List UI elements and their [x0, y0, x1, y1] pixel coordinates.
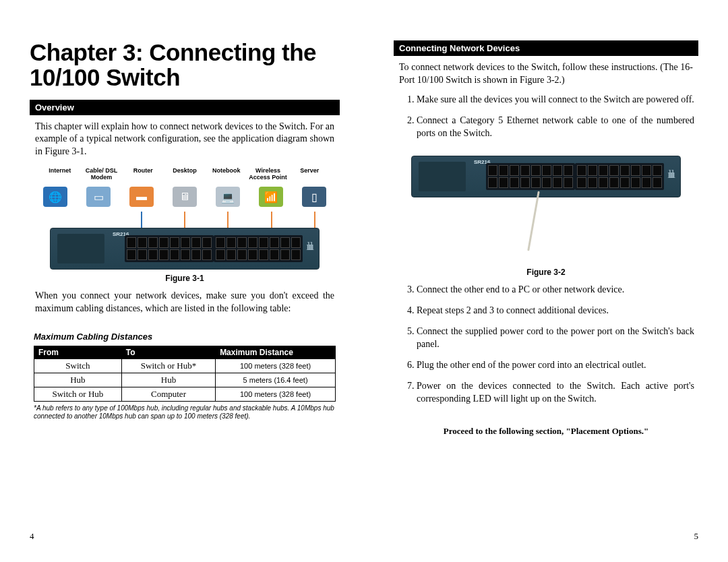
table-footnote: *A hub refers to any type of 100Mbps hub…	[34, 404, 336, 421]
proceed-note: Proceed to the following section, "Place…	[394, 426, 698, 437]
diagram-label: Wireless Access Point	[247, 168, 289, 181]
diagram-label: Router	[122, 168, 164, 181]
step-2: Connect a Category 5 Ethernet network ca…	[417, 115, 698, 140]
page-number-right: 5	[694, 531, 699, 542]
cabling-intro-paragraph: When you connect your network devices, m…	[30, 290, 340, 315]
ethernet-cable-icon	[527, 191, 540, 251]
table-header-max: Maximum Distance	[216, 346, 336, 358]
notebook-icon: 💻	[216, 187, 240, 207]
overview-paragraph: This chapter will explain how to connect…	[30, 121, 340, 159]
switch-device-fig1: SR216	[50, 228, 320, 270]
table-row: Switch or Hub Computer 100 meters (328 f…	[34, 387, 336, 401]
router-icon: ▬	[129, 187, 154, 207]
table-header-to: To	[121, 346, 215, 358]
modem-icon: ▭	[86, 187, 111, 207]
diagram-label: Server	[289, 168, 330, 181]
diagram-label: Notebook	[206, 168, 247, 181]
diagram-label: Cable/ DSL Modem	[81, 168, 123, 181]
step-6: Plug the other end of the power cord int…	[417, 359, 698, 372]
steps-list-bottom: Connect the other end to a PC or other n…	[394, 284, 698, 413]
section-heading-connecting: Connecting Network Devices	[394, 40, 698, 56]
connecting-intro: To connect network devices to the Switch…	[394, 61, 698, 87]
cisco-wave-icon: ılıılı	[306, 241, 312, 253]
diagram-label-row: Internet Cable/ DSL Modem Router Desktop…	[39, 168, 330, 181]
diagram-icon-row: 🌐 ▭ ▬ 🖥 💻 📶 ▯	[43, 182, 326, 212]
cisco-wave-icon: ılıılı	[667, 168, 673, 181]
diagram-label: Internet	[39, 168, 81, 181]
desktop-icon: 🖥	[173, 187, 197, 207]
left-page: Chapter 3: Connecting the 10/100 Switch …	[30, 40, 340, 437]
diagram-label: Desktop	[164, 168, 206, 181]
right-page: Connecting Network Devices To connect ne…	[394, 40, 698, 437]
switch-device-fig2: SR216	[411, 156, 681, 197]
step-7: Power on the devices connected to the Sw…	[417, 380, 698, 406]
table-row: Hub Hub 5 meters (16.4 feet)	[34, 373, 336, 387]
figure-3-1-caption: Figure 3-1	[30, 274, 340, 283]
steps-list-top: Make sure all the devices you will conne…	[394, 94, 698, 148]
table-header-from: From	[34, 346, 122, 358]
cabling-distance-table: From To Maximum Distance Switch Switch o…	[34, 346, 336, 402]
page-number-left: 4	[30, 531, 34, 542]
table-row: Switch Switch or Hub* 100 meters (328 fe…	[34, 358, 336, 373]
section-heading-overview: Overview	[30, 100, 340, 115]
figure-3-2: SR216	[411, 156, 681, 263]
table-title: Maximum Cabling Distances	[34, 332, 340, 342]
step-1: Make sure all the devices you will conne…	[417, 94, 698, 106]
step-5: Connect the supplied power cord to the p…	[417, 325, 698, 351]
chapter-title: Chapter 3: Connecting the 10/100 Switch	[30, 40, 340, 90]
figure-3-1: Internet Cable/ DSL Modem Router Desktop…	[30, 165, 340, 270]
step-4: Repeat steps 2 and 3 to connect addition…	[417, 305, 698, 317]
server-icon: ▯	[302, 187, 326, 207]
internet-icon: 🌐	[43, 187, 67, 207]
step-3: Connect the other end to a PC or other n…	[417, 284, 698, 296]
wireless-ap-icon: 📶	[259, 187, 283, 207]
diagram-connectors	[54, 212, 315, 228]
figure-3-2-caption: Figure 3-2	[394, 268, 698, 277]
